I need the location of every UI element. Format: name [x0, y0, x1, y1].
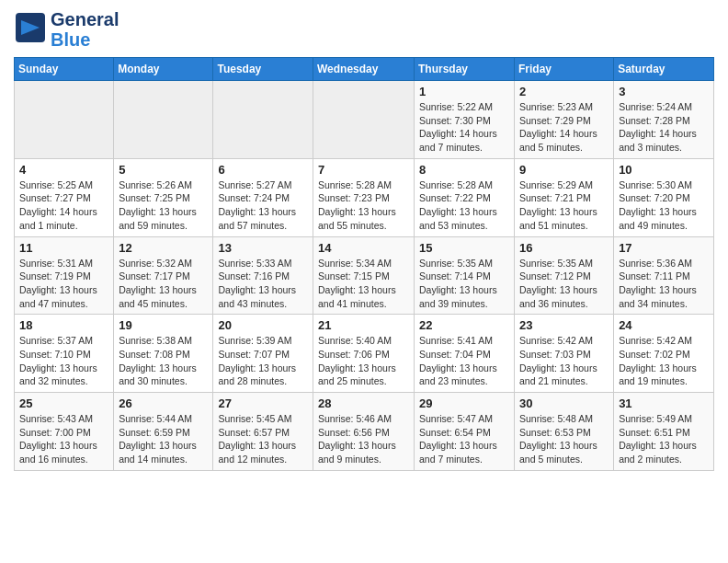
week-row-2: 4 Sunrise: 5:25 AMSunset: 7:27 PMDayligh… — [15, 158, 714, 236]
calendar-cell: 21 Sunrise: 5:40 AMSunset: 7:06 PMDaylig… — [313, 315, 415, 393]
day-info: Sunrise: 5:44 AMSunset: 6:59 PMDaylight:… — [119, 413, 197, 465]
week-row-3: 11 Sunrise: 5:31 AMSunset: 7:19 PMDaylig… — [15, 236, 714, 315]
day-info: Sunrise: 5:33 AMSunset: 7:16 PMDaylight:… — [218, 258, 296, 309]
day-info: Sunrise: 5:40 AMSunset: 7:06 PMDaylight:… — [318, 335, 396, 386]
day-info: Sunrise: 5:28 AMSunset: 7:22 PMDaylight:… — [419, 179, 497, 231]
calendar-table: SundayMondayTuesdayWednesdayThursdayFrid… — [14, 57, 714, 471]
day-info: Sunrise: 5:49 AMSunset: 6:51 PMDaylight:… — [619, 413, 697, 465]
calendar-cell: 29 Sunrise: 5:47 AMSunset: 6:54 PMDaylig… — [415, 393, 515, 471]
calendar-cell: 10 Sunrise: 5:30 AMSunset: 7:20 PMDaylig… — [614, 158, 714, 236]
logo-blue: Blue — [51, 29, 90, 50]
week-row-1: 1 Sunrise: 5:22 AMSunset: 7:30 PMDayligh… — [15, 81, 714, 159]
calendar-cell: 20 Sunrise: 5:39 AMSunset: 7:07 PMDaylig… — [213, 315, 313, 393]
day-number: 27 — [218, 396, 308, 410]
day-info: Sunrise: 5:24 AMSunset: 7:28 PMDaylight:… — [619, 101, 697, 153]
day-number: 20 — [218, 318, 308, 332]
calendar-cell: 8 Sunrise: 5:28 AMSunset: 7:22 PMDayligh… — [415, 158, 515, 236]
day-number: 1 — [419, 85, 509, 98]
day-info: Sunrise: 5:48 AMSunset: 6:53 PMDaylight:… — [519, 413, 597, 465]
day-info: Sunrise: 5:34 AMSunset: 7:15 PMDaylight:… — [318, 258, 396, 309]
day-info: Sunrise: 5:37 AMSunset: 7:10 PMDaylight:… — [19, 335, 97, 386]
day-info: Sunrise: 5:27 AMSunset: 7:24 PMDaylight:… — [218, 179, 296, 231]
logo-icon — [14, 11, 47, 48]
calendar-cell — [114, 81, 213, 159]
day-number: 13 — [218, 241, 308, 255]
day-number: 31 — [619, 396, 709, 410]
day-info: Sunrise: 5:38 AMSunset: 7:08 PMDaylight:… — [119, 335, 197, 386]
calendar-cell: 3 Sunrise: 5:24 AMSunset: 7:28 PMDayligh… — [614, 81, 714, 159]
weekday-header-wednesday: Wednesday — [313, 58, 415, 81]
weekday-header-friday: Friday — [515, 58, 614, 81]
day-number: 7 — [318, 163, 409, 177]
weekday-header-thursday: Thursday — [415, 58, 515, 81]
day-number: 25 — [19, 396, 108, 410]
calendar-cell: 25 Sunrise: 5:43 AMSunset: 7:00 PMDaylig… — [15, 393, 114, 471]
calendar-cell: 22 Sunrise: 5:41 AMSunset: 7:04 PMDaylig… — [415, 315, 515, 393]
calendar-body: 1 Sunrise: 5:22 AMSunset: 7:30 PMDayligh… — [15, 81, 714, 471]
day-info: Sunrise: 5:32 AMSunset: 7:17 PMDaylight:… — [119, 258, 197, 309]
weekday-header-sunday: Sunday — [15, 58, 114, 81]
page-header: General Blue — [14, 9, 714, 50]
calendar-cell: 1 Sunrise: 5:22 AMSunset: 7:30 PMDayligh… — [415, 81, 515, 159]
day-info: Sunrise: 5:31 AMSunset: 7:19 PMDaylight:… — [19, 258, 97, 309]
day-number: 30 — [519, 396, 609, 410]
day-info: Sunrise: 5:39 AMSunset: 7:07 PMDaylight:… — [218, 335, 296, 386]
weekday-header-row: SundayMondayTuesdayWednesdayThursdayFrid… — [15, 58, 714, 81]
calendar-cell: 16 Sunrise: 5:35 AMSunset: 7:12 PMDaylig… — [515, 236, 614, 315]
day-number: 24 — [619, 318, 709, 332]
calendar-cell: 23 Sunrise: 5:42 AMSunset: 7:03 PMDaylig… — [515, 315, 614, 393]
day-number: 3 — [619, 85, 709, 98]
day-info: Sunrise: 5:43 AMSunset: 7:00 PMDaylight:… — [19, 413, 97, 465]
day-number: 14 — [318, 241, 409, 255]
day-number: 18 — [19, 318, 108, 332]
logo-text-block: General Blue — [51, 9, 119, 50]
calendar-cell: 30 Sunrise: 5:48 AMSunset: 6:53 PMDaylig… — [515, 393, 614, 471]
weekday-header-tuesday: Tuesday — [213, 58, 313, 81]
day-info: Sunrise: 5:42 AMSunset: 7:02 PMDaylight:… — [619, 335, 697, 386]
logo-general: General — [51, 9, 119, 29]
day-number: 16 — [519, 241, 609, 255]
day-info: Sunrise: 5:23 AMSunset: 7:29 PMDaylight:… — [519, 101, 597, 153]
day-number: 12 — [119, 241, 208, 255]
day-info: Sunrise: 5:22 AMSunset: 7:30 PMDaylight:… — [419, 101, 497, 153]
week-row-5: 25 Sunrise: 5:43 AMSunset: 7:00 PMDaylig… — [15, 393, 714, 471]
day-info: Sunrise: 5:36 AMSunset: 7:11 PMDaylight:… — [619, 258, 697, 309]
calendar-cell: 31 Sunrise: 5:49 AMSunset: 6:51 PMDaylig… — [614, 393, 714, 471]
calendar-cell: 19 Sunrise: 5:38 AMSunset: 7:08 PMDaylig… — [114, 315, 213, 393]
calendar-cell: 27 Sunrise: 5:45 AMSunset: 6:57 PMDaylig… — [213, 393, 313, 471]
day-info: Sunrise: 5:41 AMSunset: 7:04 PMDaylight:… — [419, 335, 497, 386]
day-info: Sunrise: 5:47 AMSunset: 6:54 PMDaylight:… — [419, 413, 497, 465]
day-info: Sunrise: 5:46 AMSunset: 6:56 PMDaylight:… — [318, 413, 396, 465]
day-info: Sunrise: 5:35 AMSunset: 7:14 PMDaylight:… — [419, 258, 497, 309]
logo: General Blue — [14, 9, 119, 50]
day-number: 5 — [119, 163, 208, 177]
day-number: 8 — [419, 163, 509, 177]
day-info: Sunrise: 5:26 AMSunset: 7:25 PMDaylight:… — [119, 179, 197, 231]
calendar-cell: 17 Sunrise: 5:36 AMSunset: 7:11 PMDaylig… — [614, 236, 714, 315]
day-number: 6 — [218, 163, 308, 177]
day-info: Sunrise: 5:25 AMSunset: 7:27 PMDaylight:… — [19, 179, 97, 231]
calendar-cell: 2 Sunrise: 5:23 AMSunset: 7:29 PMDayligh… — [515, 81, 614, 159]
calendar-cell: 14 Sunrise: 5:34 AMSunset: 7:15 PMDaylig… — [313, 236, 415, 315]
calendar-cell: 6 Sunrise: 5:27 AMSunset: 7:24 PMDayligh… — [213, 158, 313, 236]
calendar-cell: 28 Sunrise: 5:46 AMSunset: 6:56 PMDaylig… — [313, 393, 415, 471]
day-info: Sunrise: 5:45 AMSunset: 6:57 PMDaylight:… — [218, 413, 296, 465]
calendar-cell: 13 Sunrise: 5:33 AMSunset: 7:16 PMDaylig… — [213, 236, 313, 315]
calendar-cell — [313, 81, 415, 159]
day-info: Sunrise: 5:29 AMSunset: 7:21 PMDaylight:… — [519, 179, 597, 231]
day-number: 28 — [318, 396, 409, 410]
calendar-cell: 18 Sunrise: 5:37 AMSunset: 7:10 PMDaylig… — [15, 315, 114, 393]
day-number: 19 — [119, 318, 208, 332]
calendar-cell: 7 Sunrise: 5:28 AMSunset: 7:23 PMDayligh… — [313, 158, 415, 236]
day-info: Sunrise: 5:28 AMSunset: 7:23 PMDaylight:… — [318, 179, 396, 231]
calendar-cell: 15 Sunrise: 5:35 AMSunset: 7:14 PMDaylig… — [415, 236, 515, 315]
day-info: Sunrise: 5:30 AMSunset: 7:20 PMDaylight:… — [619, 179, 697, 231]
calendar-cell: 5 Sunrise: 5:26 AMSunset: 7:25 PMDayligh… — [114, 158, 213, 236]
calendar-cell: 26 Sunrise: 5:44 AMSunset: 6:59 PMDaylig… — [114, 393, 213, 471]
day-number: 26 — [119, 396, 208, 410]
day-number: 11 — [19, 241, 108, 255]
calendar-cell: 24 Sunrise: 5:42 AMSunset: 7:02 PMDaylig… — [614, 315, 714, 393]
calendar-cell: 12 Sunrise: 5:32 AMSunset: 7:17 PMDaylig… — [114, 236, 213, 315]
day-number: 17 — [619, 241, 709, 255]
day-number: 23 — [519, 318, 609, 332]
